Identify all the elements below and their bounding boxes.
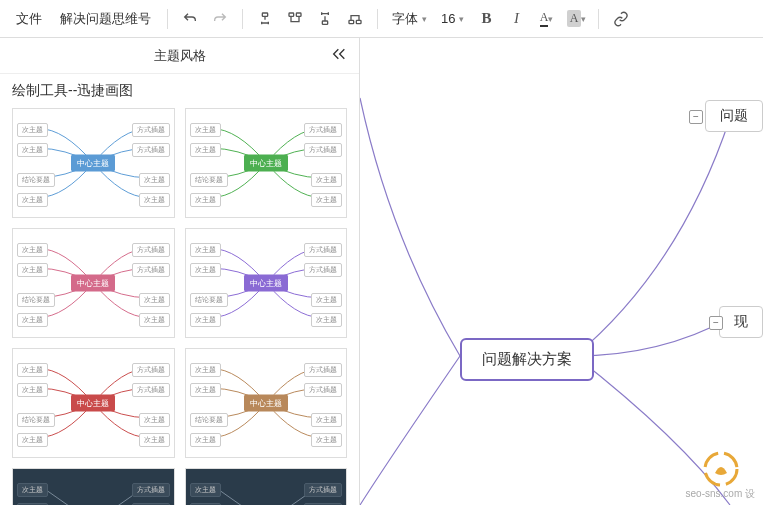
insert-floating-icon[interactable] xyxy=(341,5,369,33)
redo-icon[interactable] xyxy=(206,5,234,33)
app-logo-icon xyxy=(703,451,739,487)
collapse-sidebar-icon[interactable] xyxy=(331,46,347,65)
sidebar: 主题风格 绘制工具--迅捷画图 中心主题 次主题次主题结论要题次主题 方式插题方… xyxy=(0,38,360,505)
node-collapse-toggle[interactable]: − xyxy=(689,110,703,124)
mindmap-node[interactable]: 问题 xyxy=(705,100,763,132)
font-size-select[interactable]: 16▾ xyxy=(435,9,470,28)
toolbar: 文件 解决问题思维号 字体▾ 16▾ B I A▾ A▾ xyxy=(0,0,763,38)
svg-rect-0 xyxy=(262,13,267,16)
menu-file[interactable]: 文件 xyxy=(8,6,50,32)
mindmap-canvas[interactable]: 问题解决方案 问题 − 现 − seo-sns.com 设 xyxy=(360,38,763,505)
svg-rect-3 xyxy=(322,21,327,24)
svg-rect-4 xyxy=(349,20,354,23)
doc-title[interactable]: 解决问题思维号 xyxy=(52,6,159,32)
insert-parent-icon[interactable] xyxy=(311,5,339,33)
svg-rect-2 xyxy=(296,13,301,16)
template-item[interactable]: 中心主题 次主题次主题结论要题次主题 方式插题方式插题次主题次主题 xyxy=(12,348,175,458)
template-item[interactable]: 中心主题 次主题次主题结论要题次主题 方式插题方式插题次主题次主题 xyxy=(185,228,348,338)
font-color-icon[interactable]: A▾ xyxy=(532,5,560,33)
watermark-text: seo-sns.com 设 xyxy=(686,487,755,501)
italic-icon[interactable]: I xyxy=(502,5,530,33)
template-item[interactable]: 中心主题 次主题次主题结论要题次主题 方式插题方式插题次主题次主题 xyxy=(12,108,175,218)
node-collapse-toggle[interactable]: − xyxy=(709,316,723,330)
bold-icon[interactable]: B xyxy=(472,5,500,33)
svg-rect-1 xyxy=(289,13,294,16)
sidebar-tab-header: 主题风格 xyxy=(0,38,359,74)
link-icon[interactable] xyxy=(607,5,635,33)
template-item[interactable]: 中心主题 次主题次主题结论要题次主题 方式插题方式插题次主题次主题 xyxy=(12,228,175,338)
sidebar-title: 绘制工具--迅捷画图 xyxy=(0,74,359,104)
insert-sibling-icon[interactable] xyxy=(281,5,309,33)
svg-rect-5 xyxy=(356,20,361,23)
mindmap-center-node[interactable]: 问题解决方案 xyxy=(460,338,594,381)
insert-child-icon[interactable] xyxy=(251,5,279,33)
font-family-select[interactable]: 字体▾ xyxy=(386,8,433,30)
template-item[interactable]: 中心主题 次主题次主题结论要题次主题 方式插题方式插题次主题次主题 xyxy=(12,468,175,505)
template-item[interactable]: 中心主题 次主题次主题结论要题次主题 方式插题方式插题次主题次主题 xyxy=(185,348,348,458)
template-item[interactable]: 中心主题 次主题次主题结论要题次主题 方式插题方式插题次主题次主题 xyxy=(185,108,348,218)
template-item[interactable]: 中心主题 次主题次主题结论要题次主题 方式插题方式插题次主题次主题 xyxy=(185,468,348,505)
mindmap-node[interactable]: 现 xyxy=(719,306,763,338)
template-grid: 中心主题 次主题次主题结论要题次主题 方式插题方式插题次主题次主题 中心主题 次… xyxy=(0,104,359,505)
sidebar-tab-label[interactable]: 主题风格 xyxy=(154,47,206,65)
highlight-color-icon[interactable]: A▾ xyxy=(562,5,590,33)
undo-icon[interactable] xyxy=(176,5,204,33)
